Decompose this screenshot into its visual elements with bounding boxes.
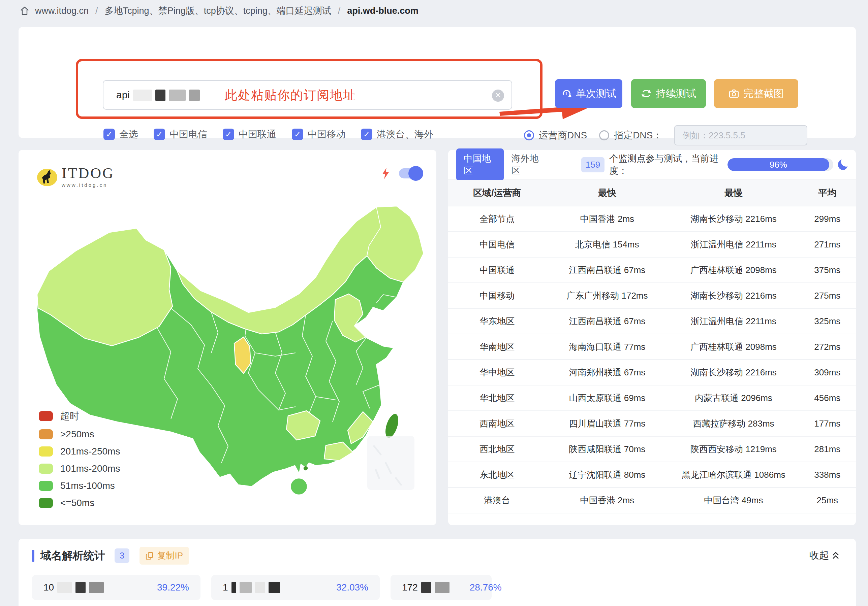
- checkbox-label: 中国电信: [169, 128, 207, 141]
- table-cell: 华中地区: [448, 366, 546, 379]
- collapse-chevrons-icon: [832, 551, 840, 560]
- continuous-test-button[interactable]: 持续测试: [631, 79, 706, 108]
- itdog-dog-icon: [36, 167, 58, 187]
- redacted-block: [421, 582, 431, 593]
- custom-dns-radio[interactable]: [599, 130, 609, 141]
- legend-swatch: [39, 429, 53, 439]
- map-region-hainan[interactable]: [290, 478, 307, 495]
- redacted-block: [435, 582, 450, 593]
- legend-swatch: [39, 447, 53, 456]
- checkbox-icon: ✓: [292, 128, 303, 140]
- table-cell: 中国香港 2ms: [546, 495, 668, 506]
- legend-swatch: [39, 464, 53, 474]
- checkbox-3[interactable]: ✓中国移动: [292, 128, 346, 141]
- single-loop-icon: 1: [561, 88, 572, 99]
- redacted-block: [57, 582, 72, 593]
- table-cell: 黑龙江哈尔滨联通 1086ms: [668, 469, 798, 481]
- table-row: 华南地区海南海口联通 77ms广西桂林联通 2098ms272ms: [448, 334, 856, 360]
- table-row: 华东地区江西南昌联通 67ms浙江温州电信 2211ms325ms: [448, 309, 856, 334]
- checkbox-2[interactable]: ✓中国联通: [223, 128, 276, 141]
- table-row: 中国移动广东广州移动 172ms湖南长沙移动 2216ms275ms: [448, 283, 856, 309]
- collapse-button[interactable]: 收起: [809, 549, 840, 562]
- table-cell: 陕西咸阳联通 70ms: [546, 444, 668, 455]
- checkbox-icon: ✓: [153, 128, 165, 140]
- ip-percent: 28.76%: [470, 582, 502, 593]
- ip-value: 10: [43, 582, 104, 593]
- redacted-block: [76, 582, 85, 593]
- custom-dns-label: 指定DNS：: [614, 129, 662, 142]
- table-cell: 281ms: [799, 444, 856, 454]
- table-cell: 275ms: [799, 291, 856, 301]
- ip-percent: 32.03%: [336, 582, 368, 593]
- ip-prefix: 172: [402, 582, 418, 593]
- continuous-test-label: 持续测试: [656, 87, 696, 100]
- table-cell: 西藏拉萨移动 283ms: [668, 418, 798, 430]
- checkbox-1[interactable]: ✓中国电信: [153, 128, 207, 141]
- redacted-block: [231, 582, 236, 593]
- loop-icon: [641, 88, 652, 99]
- legend-item-3: 101ms-200ms: [39, 463, 120, 474]
- table-cell: 江西南昌联通 67ms: [546, 264, 668, 276]
- table-cell: 湖南长沙移动 2216ms: [668, 366, 798, 379]
- table-row: 华中地区河南郑州联通 67ms湖南长沙移动 2216ms309ms: [448, 360, 856, 385]
- ip-card-1[interactable]: 132.03%: [211, 575, 380, 600]
- redacted-block: [240, 582, 252, 593]
- table-cell: 338ms: [799, 470, 856, 480]
- table-cell: 西南地区: [448, 418, 546, 430]
- url-input[interactable]: api 此处粘贴你的订阅地址 ×: [103, 80, 512, 110]
- table-cell: 北京电信 154ms: [546, 239, 668, 250]
- redacted-block: [155, 90, 166, 101]
- progress-bar: 96%: [727, 158, 833, 171]
- table-cell: 港澳台: [448, 495, 546, 506]
- table-cell: 东北地区: [448, 469, 546, 481]
- copy-ip-button[interactable]: 复制IP: [140, 547, 189, 564]
- legend-item-4: 51ms-100ms: [39, 481, 120, 491]
- checkbox-icon: ✓: [104, 128, 115, 140]
- table-cell: 177ms: [799, 419, 856, 429]
- ip-card-2[interactable]: 17228.76%: [391, 575, 491, 600]
- table-cell: 25ms: [799, 495, 856, 506]
- custom-dns-input[interactable]: [674, 125, 808, 145]
- table-row: 港澳台中国香港 2ms中国台湾 49ms25ms: [448, 488, 856, 513]
- tab-overseas[interactable]: 海外地区: [504, 148, 551, 181]
- loading-spinner-icon: [838, 159, 848, 170]
- clear-input-icon[interactable]: ×: [492, 90, 504, 102]
- legend-item-2: 201ms-250ms: [39, 446, 120, 457]
- table-cell: 375ms: [799, 265, 856, 275]
- test-panel: api 此处粘贴你的订阅地址 × 1 单次测试 持续测试 完: [19, 27, 856, 138]
- table-cell: 河南郑州联通 67ms: [546, 366, 668, 379]
- table-header-cell: 平均: [799, 187, 856, 199]
- checkbox-row: ✓全选✓中国电信✓中国联通✓中国移动✓港澳台、海外: [104, 128, 433, 141]
- ip-card-0[interactable]: 1039.22%: [32, 575, 200, 600]
- map-region-taiwan[interactable]: [383, 412, 401, 440]
- table-cell: 浙江温州电信 2211ms: [668, 239, 798, 250]
- redacted-block: [189, 90, 200, 101]
- map-region-hongkong[interactable]: [303, 466, 308, 471]
- table-row: 西南地区四川眉山联通 77ms西藏拉萨移动 283ms177ms: [448, 411, 856, 437]
- carrier-dns-radio[interactable]: [524, 130, 534, 141]
- single-test-label: 单次测试: [576, 87, 616, 100]
- dns-options: 运营商DNS 指定DNS：: [524, 125, 808, 145]
- table-row: 中国联通江西南昌联通 67ms广西桂林联通 2098ms375ms: [448, 258, 856, 283]
- table-header-cell: 最慢: [668, 187, 798, 199]
- table-cell: 广东广州移动 172ms: [546, 290, 668, 301]
- ip-percent: 39.22%: [157, 582, 189, 593]
- table-cell: 456ms: [799, 393, 856, 403]
- legend-label: 超时: [60, 410, 79, 422]
- copy-ip-label: 复制IP: [157, 550, 183, 561]
- screenshot-button[interactable]: 完整截图: [714, 79, 798, 108]
- table-header-cell: 最快: [546, 187, 668, 199]
- results-header: 中国地区 海外地区 159 个监测点参与测试，当前进度： 96%: [448, 150, 856, 180]
- checkbox-4[interactable]: ✓港澳台、海外: [361, 128, 433, 141]
- legend-item-5: <=50ms: [39, 498, 120, 509]
- checkbox-0[interactable]: ✓全选: [104, 128, 138, 141]
- tab-china[interactable]: 中国地区: [456, 148, 504, 181]
- logo-subtitle: www.itdog.cn: [62, 182, 115, 188]
- table-cell: 309ms: [799, 367, 856, 378]
- redacted-block: [133, 90, 152, 101]
- breadcrumb-path[interactable]: 多地Tcping、禁Ping版、tcp协议、tcping、端口延迟测试: [105, 5, 331, 17]
- single-test-button[interactable]: 1 单次测试: [555, 79, 622, 108]
- map-mode-toggle[interactable]: [399, 169, 421, 178]
- breadcrumb-home[interactable]: www.itdog.cn: [35, 6, 88, 16]
- table-cell: 湖南长沙移动 2216ms: [668, 213, 798, 225]
